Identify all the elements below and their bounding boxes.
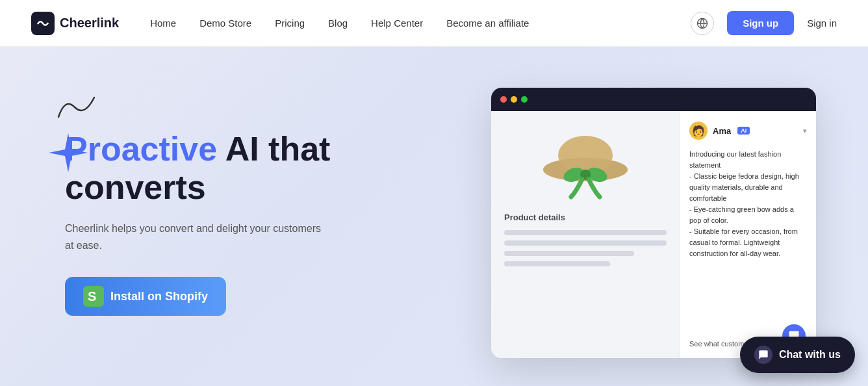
sparkle-decoration [45,130,91,182]
chat-message: Introducing our latest fashion statement… [689,149,807,332]
skeleton-line-1 [504,230,667,235]
nav-affiliate[interactable]: Become an affiliate [446,18,529,29]
logo-icon [31,12,55,35]
chevron-down-icon: ▾ [803,127,807,135]
nav-pricing[interactable]: Pricing [275,18,305,29]
install-shopify-button[interactable]: S Install on Shopify [65,277,226,316]
floating-chat-button[interactable]: Chat with us [740,337,855,373]
hero-title: Proactive AI that converts [65,130,416,208]
window-dot-red [500,96,507,103]
agent-name: Ama [713,126,731,136]
signin-link[interactable]: Sign in [807,18,837,29]
nav-links: Home Demo Store Pricing Blog Help Center… [150,18,691,29]
window-dot-green [521,96,528,103]
nav-blog[interactable]: Blog [328,18,348,29]
product-details-label: Product details [504,212,667,222]
hero-subtitle: Cheerlink helps you convert and delight … [65,220,325,253]
signup-button[interactable]: Sign up [727,11,794,35]
chat-float-label: Chat with us [779,349,841,361]
window-dot-yellow [511,96,517,103]
avatar: 🧑 [689,122,708,140]
language-selector[interactable] [691,12,714,35]
skeleton-line-3 [504,251,634,256]
skeleton-line-2 [504,240,667,246]
hero-section: Proactive AI that converts Cheerlink hel… [0,47,868,386]
product-panel: Product details [491,111,680,358]
logo[interactable]: Cheerlink [31,12,119,35]
hero-right: Product details 🧑 Ama AI ▾ Introdu [416,47,816,386]
nav-demo-store[interactable]: Demo Store [199,18,251,29]
shopify-icon: S [83,286,104,307]
chat-header: 🧑 Ama AI ▾ [689,122,807,140]
install-btn-label: Install on Shopify [110,290,208,303]
ai-badge: AI [737,127,750,135]
chat-panel: 🧑 Ama AI ▾ Introducing our latest fashio… [680,111,816,358]
nav-actions: Sign up Sign in [691,11,837,35]
navigation: Cheerlink Home Demo Store Pricing Blog H… [0,0,868,47]
product-window: Product details 🧑 Ama AI ▾ Introdu [491,88,816,358]
svg-text:S: S [88,289,96,303]
chat-float-icon [754,346,772,364]
squiggle-decoration [52,84,104,123]
nav-home[interactable]: Home [150,18,176,29]
svg-point-0 [37,22,39,24]
nav-help-center[interactable]: Help Center [371,18,423,29]
skeleton-line-4 [504,261,610,266]
window-body: Product details 🧑 Ama AI ▾ Introdu [491,111,816,358]
hero-left: Proactive AI that converts Cheerlink hel… [52,117,416,316]
logo-text: Cheerlink [60,16,119,31]
svg-point-1 [47,22,49,24]
window-titlebar [491,88,816,111]
hat-image [540,124,631,202]
